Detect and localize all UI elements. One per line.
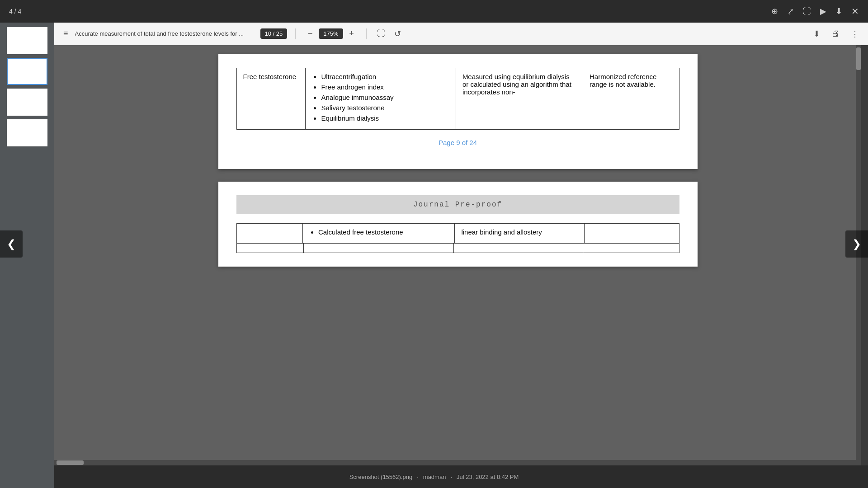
list-item-calc: Calculated free testosterone <box>318 228 448 236</box>
status-bar: Screenshot (15562).png · madman · Jul 23… <box>0 465 868 488</box>
content-table-2: Calculated free testosterone linear bind… <box>236 223 679 244</box>
notes-text: Harmonized reference range is not availa… <box>590 73 656 88</box>
cell-methods: Ultracentrifugation Free androgen index … <box>306 68 456 130</box>
partial-cell-1 <box>236 244 304 253</box>
hamburger-menu-icon[interactable]: ≡ <box>61 27 71 41</box>
window-top-bar: 4 / 4 ⊕ ⤤ ⛶ ▶ ⬇ ✕ <box>0 0 868 23</box>
prev-page-button[interactable]: ❮ <box>0 230 23 258</box>
partial-row <box>236 244 679 253</box>
partial-cell-3 <box>453 244 583 253</box>
download-window-icon[interactable]: ⬇ <box>835 6 842 16</box>
cell-reference: Measured using equilibrium dialysis or c… <box>456 68 583 130</box>
zoom-display[interactable]: 175% <box>319 28 343 39</box>
status-separator-2: · <box>450 474 452 480</box>
more-options-button[interactable]: ⋮ <box>849 27 861 41</box>
cell-type: Free testosterone <box>236 68 306 130</box>
chevron-right-icon: ❯ <box>852 238 861 250</box>
page-control: 10 / 25 <box>260 28 288 39</box>
history-button[interactable]: ↺ <box>392 27 403 41</box>
page-number-text-1: Page 9 of 24 <box>439 139 477 146</box>
table-row-calculated: Calculated free testosterone linear bind… <box>236 224 679 244</box>
zoom-control: − 175% + <box>304 28 358 40</box>
type-label: Free testosterone <box>243 73 297 80</box>
thumbnail-3[interactable] <box>7 89 47 116</box>
page-number-text: 10 / 25 <box>265 30 283 37</box>
thumbnail-1[interactable] <box>7 27 47 54</box>
zoom-out-button[interactable]: − <box>304 28 316 40</box>
reference-text: Measured using equilibrium dialysis or c… <box>462 73 571 96</box>
toolbar-divider-2 <box>366 28 367 39</box>
toolbar-right-icons: ⬇ 🖨 ⋮ <box>811 27 861 41</box>
document-title: Accurate measurement of total and free t… <box>75 30 256 37</box>
h-scrollbar-thumb[interactable] <box>57 460 84 465</box>
status-user: madman <box>423 474 446 480</box>
fullscreen-icon[interactable]: ⛶ <box>803 7 811 16</box>
cell-methods-2: Calculated free testosterone <box>302 224 454 244</box>
methods-list: Ultracentrifugation Free androgen index … <box>312 73 449 122</box>
page-display[interactable]: 10 / 25 <box>260 28 288 39</box>
scrollbar-thumb[interactable] <box>856 47 861 70</box>
cell-notes-2 <box>585 224 679 244</box>
partial-cell-2 <box>304 244 454 253</box>
methods-list-2: Calculated free testosterone <box>309 228 448 236</box>
fit-page-button[interactable]: ⛶ <box>375 27 387 41</box>
window-controls: ⊕ ⤤ ⛶ ▶ ⬇ ✕ <box>771 6 859 17</box>
journal-banner-text: Journal Pre-proof <box>413 201 502 209</box>
list-item-3: Analogue immunoassay <box>321 94 449 101</box>
pages-container: Free testosterone Ultracentrifugation Fr… <box>54 45 861 276</box>
list-item-4: Salivary testosterone <box>321 104 449 112</box>
pdf-toolbar: ≡ Accurate measurement of total and free… <box>54 23 868 45</box>
partial-cell-4 <box>583 244 679 253</box>
play-icon[interactable]: ▶ <box>820 6 826 16</box>
status-filename: Screenshot (15562).png <box>349 474 412 480</box>
zoom-in-window-icon[interactable]: ⊕ <box>771 6 778 16</box>
horizontal-scrollbar[interactable] <box>54 460 856 465</box>
pdf-page-1: Free testosterone Ultracentrifugation Fr… <box>218 54 698 169</box>
pdf-page-2: Journal Pre-proof Calculated free testos… <box>218 182 698 267</box>
status-separator: · <box>417 474 419 480</box>
page-separator <box>218 173 698 182</box>
chevron-left-icon: ❮ <box>7 238 16 250</box>
list-item-5: Equilibrium dialysis <box>321 114 449 122</box>
partial-table <box>236 243 679 253</box>
page-number-1: Page 9 of 24 <box>236 130 679 155</box>
list-item-1: Ultracentrifugation <box>321 73 449 80</box>
thumbnail-4[interactable] <box>7 119 47 146</box>
tab-indicator: 4 / 4 <box>9 8 21 15</box>
next-page-button[interactable]: ❯ <box>845 230 868 258</box>
table-row-free-testosterone: Free testosterone Ultracentrifugation Fr… <box>236 68 679 130</box>
journal-pre-proof-banner: Journal Pre-proof <box>236 195 679 214</box>
download-button[interactable]: ⬇ <box>811 27 822 41</box>
cell-notes: Harmonized reference range is not availa… <box>583 68 679 130</box>
cell-type-2 <box>236 224 302 244</box>
print-button[interactable]: 🖨 <box>829 27 842 41</box>
external-link-icon[interactable]: ⤤ <box>787 6 794 16</box>
content-table-1: Free testosterone Ultracentrifugation Fr… <box>236 68 679 130</box>
pdf-content-area: Free testosterone Ultracentrifugation Fr… <box>54 45 861 465</box>
thumbnail-2[interactable] <box>7 58 47 85</box>
zoom-in-button[interactable]: + <box>345 28 358 40</box>
toolbar-divider-1 <box>295 28 296 39</box>
reference-text-2: linear binding and allostery <box>461 228 542 236</box>
close-button[interactable]: ✕ <box>851 6 859 17</box>
list-item-2: Free androgen index <box>321 83 449 91</box>
cell-reference-2: linear binding and allostery <box>455 224 585 244</box>
status-datetime: Jul 23, 2022 at 8:42 PM <box>457 474 519 480</box>
